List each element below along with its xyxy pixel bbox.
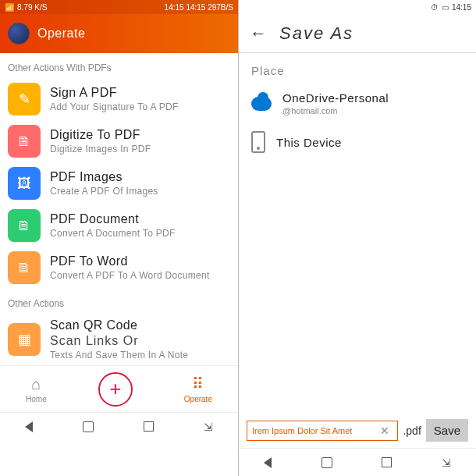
- onedrive-icon: [251, 97, 272, 111]
- item-subtitle: Convert A Document To PDF: [50, 228, 176, 239]
- home-sys-icon[interactable]: [83, 421, 94, 432]
- save-as-title: Save As: [279, 23, 353, 44]
- nav-operate[interactable]: ⠿ Operate: [184, 375, 212, 403]
- save-bar: ✕ .pdf Save: [239, 413, 476, 448]
- item-title: Sign A PDF: [50, 86, 179, 100]
- place-label: Place: [239, 53, 476, 83]
- back-icon[interactable]: [264, 457, 272, 468]
- bottom-nav: ⌂ Home + ⠿ Operate: [0, 365, 238, 412]
- item-subtitle2: Scan Links Or: [50, 334, 188, 348]
- digitize-icon: 🗎: [8, 125, 41, 158]
- device-icon: [251, 131, 265, 153]
- item-title: PDF Images: [50, 170, 158, 184]
- item-pdf-images[interactable]: 🖼 PDF Images Create A PDF Of Images: [0, 162, 238, 204]
- qr-icon: ▦: [8, 323, 41, 356]
- app-logo-icon: [8, 23, 30, 44]
- item-subtitle: Add Your Signature To A PDF: [50, 101, 179, 112]
- nav-label: Home: [26, 395, 47, 403]
- save-as-header: ← Save As: [239, 14, 476, 53]
- place-this-device[interactable]: This Device: [239, 123, 476, 161]
- back-icon[interactable]: [25, 421, 33, 432]
- filename-wrap: ✕: [247, 421, 398, 441]
- signal-icon: 📶: [5, 3, 14, 12]
- item-title: Digitize To PDF: [50, 128, 151, 142]
- word-icon: 🗎: [8, 251, 41, 284]
- clear-icon[interactable]: ✕: [377, 424, 393, 437]
- home-icon: ⌂: [31, 375, 41, 393]
- right-pane: ⏱ ▭ 14:15 ← Save As Place OneDrive-Perso…: [238, 0, 476, 476]
- home-sys-icon[interactable]: [321, 457, 332, 468]
- place-name: OneDrive-Personal: [282, 91, 389, 105]
- item-title: PDF Document: [50, 212, 176, 226]
- fab-add[interactable]: +: [98, 372, 133, 407]
- drawer-icon[interactable]: ⇲: [442, 456, 451, 469]
- back-arrow-icon[interactable]: ←: [250, 23, 267, 44]
- item-subtitle: Texts And Save Them In A Note: [50, 350, 188, 361]
- system-nav-left: ⇲: [0, 412, 238, 440]
- recent-icon[interactable]: [382, 457, 392, 467]
- item-sign-pdf[interactable]: ✎ Sign A PDF Add Your Signature To A PDF: [0, 78, 238, 120]
- section-pdf-label: Other Actions With PDFs: [0, 53, 238, 78]
- left-pane: 📶 8.79 K/S 14:15 14:15 297B/S Operate Ot…: [0, 0, 238, 476]
- item-subtitle: Convert A PDF To A Word Document: [50, 270, 210, 281]
- item-scan-qr[interactable]: ▦ Scan QR Code Scan Links Or Texts And S…: [0, 314, 238, 365]
- nav-label: Operate: [184, 395, 212, 403]
- drawer-icon[interactable]: ⇲: [204, 421, 213, 433]
- nav-home[interactable]: ⌂ Home: [26, 375, 47, 403]
- images-icon: 🖼: [8, 167, 41, 200]
- item-title: PDF To Word: [50, 254, 210, 268]
- section-other-label: Other Actions: [0, 289, 238, 314]
- item-subtitle: Create A PDF Of Images: [50, 186, 158, 197]
- filename-input[interactable]: [252, 426, 377, 435]
- item-pdf-to-word[interactable]: 🗎 PDF To Word Convert A PDF To A Word Do…: [0, 247, 238, 289]
- status-bar-right: ⏱ ▭ 14:15: [239, 0, 476, 14]
- file-ext: .pdf: [403, 424, 421, 437]
- system-nav-right: ⇲: [239, 448, 476, 476]
- item-pdf-document[interactable]: 🗎 PDF Document Convert A Document To PDF: [0, 204, 238, 247]
- place-onedrive[interactable]: OneDrive-Personal @hotmail.com: [239, 83, 476, 123]
- item-subtitle: Digitize Images In PDF: [50, 144, 151, 155]
- grid-icon: ⠿: [192, 375, 204, 393]
- net-speed: 8.79 K/S: [17, 3, 47, 12]
- status-bar-left: 📶 8.79 K/S 14:15 14:15 297B/S: [0, 0, 238, 14]
- place-sub: @hotmail.com: [282, 106, 389, 115]
- app-header: Operate: [0, 14, 238, 53]
- save-button[interactable]: Save: [426, 419, 468, 442]
- recent-icon[interactable]: [144, 421, 154, 432]
- place-name: This Device: [276, 136, 342, 149]
- item-title: Scan QR Code: [50, 318, 188, 332]
- time-right: 14:15: [452, 3, 471, 12]
- plus-icon: +: [109, 377, 121, 401]
- item-digitize-pdf[interactable]: 🗎 Digitize To PDF Digitize Images In PDF: [0, 120, 238, 162]
- battery-icon: ▭: [442, 3, 449, 12]
- document-icon: 🗎: [8, 209, 41, 242]
- status-center: 14:15 14:15 297B/S: [165, 3, 233, 12]
- header-title: Operate: [37, 27, 85, 41]
- alarm-icon: ⏱: [431, 3, 439, 12]
- pen-icon: ✎: [8, 83, 41, 115]
